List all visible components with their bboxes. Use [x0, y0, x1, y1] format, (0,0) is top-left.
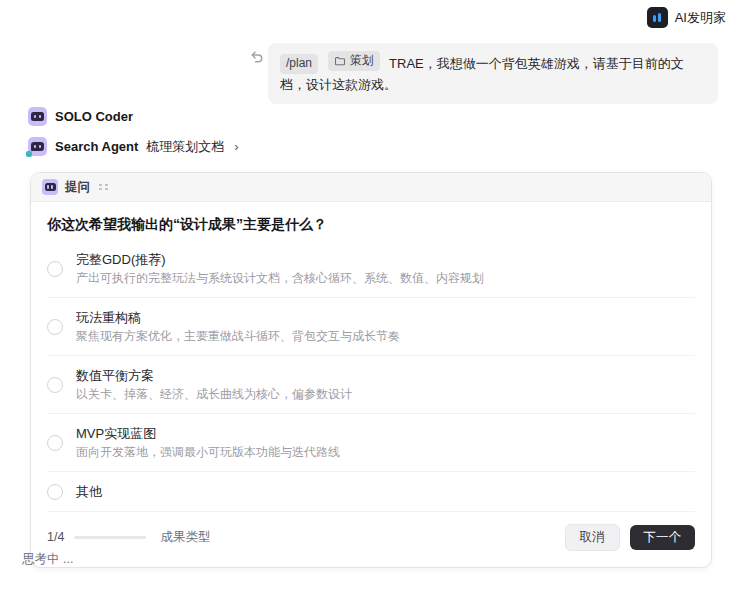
robot-icon	[42, 179, 58, 195]
command-chip[interactable]: /plan	[280, 54, 318, 74]
robot-icon	[28, 107, 47, 126]
panel-handle-icon[interactable]	[99, 182, 109, 192]
radio-button[interactable]	[47, 484, 63, 500]
next-button[interactable]: 下一个	[630, 525, 696, 550]
thinking-status: 思考中 ...	[22, 551, 73, 568]
option-numeric-balance[interactable]: 数值平衡方案 以关卡、掉落、经济、成长曲线为核心，偏参数设计	[47, 356, 695, 414]
radio-button[interactable]	[47, 319, 63, 335]
ai-inventor-label: AI发明家	[675, 9, 726, 27]
agent-name: Search Agent	[55, 139, 138, 154]
agent-row-search-agent[interactable]: Search Agent 梳理策划文档 ›	[28, 137, 239, 156]
chevron-right-icon[interactable]: ›	[234, 139, 238, 154]
step-label: 成果类型	[160, 529, 210, 546]
command-chip-label: /plan	[286, 54, 312, 74]
radio-button[interactable]	[47, 261, 63, 277]
option-full-gdd[interactable]: 完整GDD(推荐) 产出可执行的完整玩法与系统设计文档，含核心循环、系统、数值、…	[47, 240, 695, 298]
option-label: MVP实现蓝图	[76, 424, 340, 443]
ai-inventor-logo-icon	[647, 7, 668, 28]
context-chip[interactable]: 策划	[328, 51, 380, 71]
folder-icon	[334, 55, 346, 67]
question-card-title: 提问	[65, 179, 90, 196]
ai-inventor-badge[interactable]: AI发明家	[647, 7, 726, 28]
agent-row-solo-coder: SOLO Coder	[28, 107, 133, 126]
option-label: 完整GDD(推荐)	[76, 250, 484, 269]
agent-task-label: 梳理策划文档	[146, 138, 224, 156]
option-gameplay-refactor[interactable]: 玩法重构稿 聚焦现有方案优化，主要重做战斗循环、背包交互与成长节奏	[47, 298, 695, 356]
option-other[interactable]: 其他	[47, 472, 695, 512]
undo-icon[interactable]	[249, 49, 264, 64]
question-card-header: 提问	[31, 173, 711, 202]
option-description: 面向开发落地，强调最小可玩版本功能与迭代路线	[76, 444, 340, 461]
option-description: 聚焦现有方案优化，主要重做战斗循环、背包交互与成长节奏	[76, 328, 400, 345]
radio-button[interactable]	[47, 435, 63, 451]
option-label: 玩法重构稿	[76, 308, 400, 327]
question-title: 你这次希望我输出的“设计成果”主要是什么？	[47, 213, 695, 240]
cancel-button[interactable]: 取消	[565, 524, 620, 551]
chat-panel: AI发明家 /plan 策划 TRAE，我想做一个背包英雄游戏，请基于目前的文档…	[0, 0, 738, 592]
agent-name: SOLO Coder	[55, 109, 133, 124]
radio-button[interactable]	[47, 377, 63, 393]
user-message-bubble: /plan 策划 TRAE，我想做一个背包英雄游戏，请基于目前的文档，设计这款游…	[268, 43, 718, 104]
option-label: 数值平衡方案	[76, 366, 352, 385]
option-label: 其他	[76, 482, 102, 501]
option-description: 以关卡、掉落、经济、成长曲线为核心，偏参数设计	[76, 386, 352, 403]
step-counter: 1/4	[47, 530, 64, 544]
progress-bar	[74, 536, 146, 539]
chat-search-icon	[28, 137, 47, 156]
question-card: 提问 你这次希望我输出的“设计成果”主要是什么？ 完整GDD(推荐) 产出可执行…	[30, 172, 712, 568]
option-description: 产出可执行的完整玩法与系统设计文档，含核心循环、系统、数值、内容规划	[76, 270, 484, 287]
question-card-body: 你这次希望我输出的“设计成果”主要是什么？ 完整GDD(推荐) 产出可执行的完整…	[31, 202, 711, 567]
context-chip-label: 策划	[350, 51, 374, 71]
question-card-footer: 1/4 成果类型 取消 下一个	[47, 512, 695, 553]
option-mvp-blueprint[interactable]: MVP实现蓝图 面向开发落地，强调最小可玩版本功能与迭代路线	[47, 414, 695, 472]
